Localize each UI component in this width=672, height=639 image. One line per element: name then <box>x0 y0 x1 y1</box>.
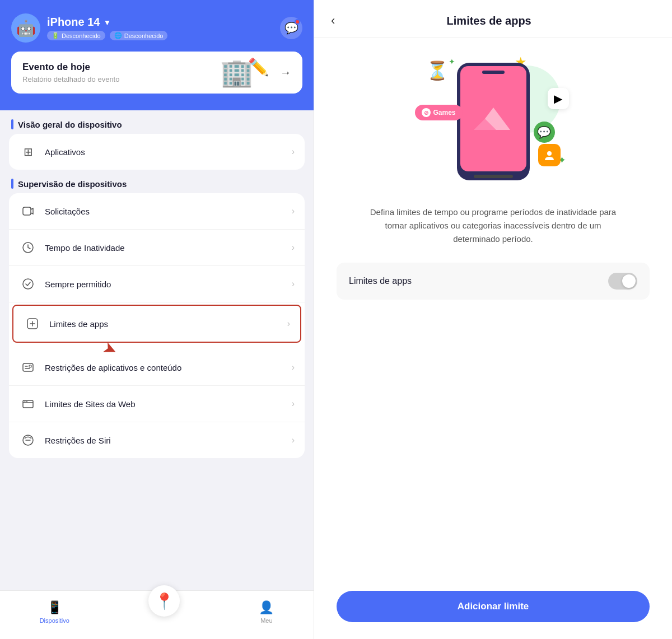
svg-point-8 <box>26 401 27 402</box>
apps-menu-card: ⊞ Aplicativos › <box>9 134 305 170</box>
notification-dot <box>295 19 300 25</box>
phone-illustration <box>457 63 530 180</box>
svg-point-13 <box>547 151 552 156</box>
menu-item-restricoes-apps[interactable]: Restrições de aplicativos e conteúdo › <box>9 349 305 386</box>
sites-icon <box>19 395 37 413</box>
nav-center[interactable]: 📍 <box>148 585 180 617</box>
toggle-switch[interactable] <box>608 273 637 290</box>
siri-label: Restrições de Siri <box>45 436 292 445</box>
menu-item-limites-apps[interactable]: Limites de apps › ➤ <box>12 305 301 343</box>
hourglass-icon: ⏳ <box>426 60 449 81</box>
event-card[interactable]: Evento de hoje Relatório detalhado do ev… <box>11 52 302 94</box>
restricoes-icon <box>19 358 37 376</box>
inatividade-icon <box>19 239 37 256</box>
apps-icon: ⊞ <box>19 143 37 161</box>
menu-item-siri[interactable]: Restrições de Siri › <box>9 422 305 458</box>
meu-label: Meu <box>260 617 272 624</box>
svg-rect-5 <box>29 365 31 367</box>
section-device-overview: Visão geral do dispositivo <box>0 110 314 134</box>
back-button[interactable]: ‹ <box>331 13 335 28</box>
message-button[interactable]: 💬 <box>280 17 302 39</box>
games-badge: ⊘ Games <box>415 105 463 120</box>
device-name-row[interactable]: iPhone 14 ▼ <box>47 16 167 29</box>
siri-chevron-icon: › <box>292 435 295 445</box>
left-panel: 🤖 iPhone 14 ▼ 🔋 Desconhecido 🌐 Desco <box>0 0 314 639</box>
menu-item-inatividade[interactable]: Tempo de Inatividade › <box>9 230 305 266</box>
sites-chevron-icon: › <box>292 399 295 409</box>
badge-battery-label: Desconhecido <box>62 32 101 39</box>
restricoes-chevron-icon: › <box>292 362 295 372</box>
menu-item-sites-web[interactable]: Limites de Sites da Web › <box>9 386 305 422</box>
badge-signal-label: Desconhecido <box>124 32 164 39</box>
bottom-nav: 📱 Dispositivo 📍 👤 Meu <box>0 590 314 639</box>
device-info: 🤖 iPhone 14 ▼ 🔋 Desconhecido 🌐 Desco <box>11 13 167 43</box>
permitido-label: Sempre permitido <box>45 279 292 289</box>
svg-point-7 <box>25 401 26 402</box>
event-illustration: 🏢 ✏️ <box>220 52 274 94</box>
solicitacoes-icon <box>19 202 37 220</box>
solicitacoes-label: Solicitações <box>45 207 292 216</box>
illustration-area: ★ ✦ ✦ ⏳ ⊘ Games <box>415 54 572 189</box>
permitido-chevron-icon: › <box>292 279 295 289</box>
location-button[interactable]: 📍 <box>148 585 180 617</box>
device-name-label: iPhone 14 <box>47 16 100 29</box>
event-title: Evento de hoje <box>22 62 119 73</box>
svg-point-2 <box>23 279 33 289</box>
inatividade-chevron-icon: › <box>292 242 295 253</box>
event-subtitle: Relatório detalhado do evento <box>22 75 119 83</box>
location-icon: 📍 <box>155 592 174 610</box>
right-title: Limites de apps <box>346 15 632 27</box>
right-panel: ‹ Limites de apps ★ ✦ ✦ ⏳ <box>314 0 672 639</box>
toggle-label: Limites de apps <box>349 276 412 286</box>
event-arrow-icon: → <box>280 66 291 79</box>
permitido-icon <box>19 275 37 293</box>
limites-icon <box>24 315 41 333</box>
siri-icon <box>19 431 37 449</box>
restricoes-label: Restrições de aplicativos e conteúdo <box>45 363 292 372</box>
dropdown-arrow-icon[interactable]: ▼ <box>103 18 111 27</box>
message-float-icon: 💬 <box>534 122 555 143</box>
youtube-icon: ▶ <box>548 88 569 109</box>
section2-title: Supervisão de dispositivos <box>18 179 127 189</box>
limites-label: Limites de apps <box>49 319 287 329</box>
supervision-menu-card: Solicitações › Tempo de Inatividade › <box>9 193 305 458</box>
section-accent <box>11 119 13 129</box>
meu-icon: 👤 <box>259 600 274 615</box>
mountain-svg <box>474 105 513 133</box>
dispositivo-icon: 📱 <box>47 600 62 615</box>
section-device-supervision: Supervisão de dispositivos <box>0 170 314 193</box>
left-content: Visão geral do dispositivo ⊞ Aplicativos… <box>0 110 314 639</box>
apps-label: Aplicativos <box>45 147 292 157</box>
apps-chevron-icon: › <box>292 147 295 157</box>
limites-chevron-icon: › <box>287 319 290 329</box>
description-text: Defina limites de tempo ou programe perí… <box>365 206 622 246</box>
sites-label: Limites de Sites da Web <box>45 399 292 409</box>
right-header: ‹ Limites de apps <box>314 0 672 38</box>
svg-rect-0 <box>23 207 31 215</box>
badge-signal: 🌐 Desconhecido <box>110 31 168 40</box>
orange-app-icon <box>538 144 561 166</box>
nav-dispositivo[interactable]: 📱 Dispositivo <box>40 600 69 624</box>
games-icon: ⊘ <box>422 108 431 117</box>
menu-item-sempre-permitido[interactable]: Sempre permitido › <box>9 266 305 302</box>
games-label: Games <box>433 109 456 116</box>
nav-meu[interactable]: 👤 Meu <box>259 600 274 624</box>
device-header: 🤖 iPhone 14 ▼ 🔋 Desconhecido 🌐 Desco <box>0 0 314 110</box>
toggle-row: Limites de apps <box>337 263 650 300</box>
add-limit-button[interactable]: Adicionar limite <box>337 591 650 622</box>
menu-item-solicitacoes[interactable]: Solicitações › <box>9 193 305 230</box>
right-content: ★ ✦ ✦ ⏳ ⊘ Games <box>314 38 672 639</box>
section1-title: Visão geral do dispositivo <box>18 120 122 129</box>
section-accent2 <box>11 179 13 189</box>
inatividade-label: Tempo de Inatividade <box>45 243 292 253</box>
badge-battery: 🔋 Desconhecido <box>47 31 105 40</box>
star-small-icon: ✦ <box>449 57 455 66</box>
menu-item-apps[interactable]: ⊞ Aplicativos › <box>9 134 305 170</box>
dispositivo-label: Dispositivo <box>40 617 69 624</box>
solicitacoes-chevron-icon: › <box>292 206 295 216</box>
toggle-knob <box>622 274 636 288</box>
avatar: 🤖 <box>11 13 40 43</box>
